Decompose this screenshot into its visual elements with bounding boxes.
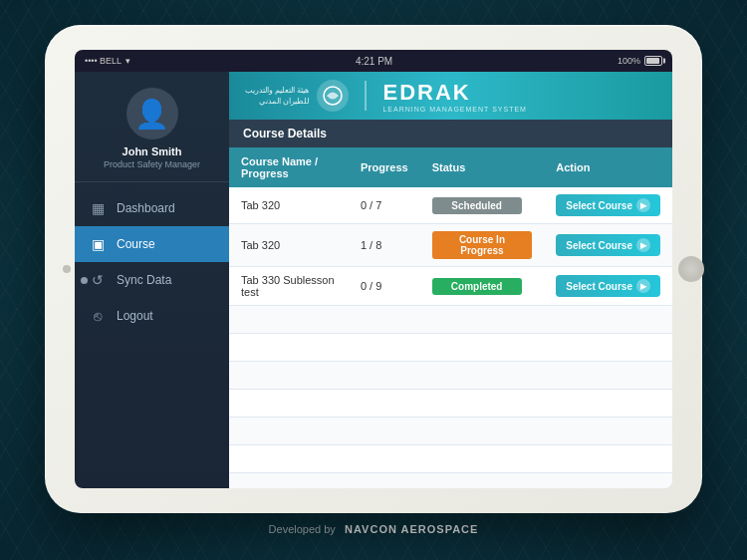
table-row: Tab 330 Sublesson test 0 / 9 Completed S… bbox=[229, 267, 672, 306]
empty-row bbox=[229, 362, 672, 390]
nav-items: ▦ Dashboard ▣ Course ↺ Sync Data ⎋ Lo bbox=[75, 182, 229, 488]
logo-divider bbox=[365, 81, 367, 111]
cell-name: Tab 330 Sublesson test bbox=[229, 267, 349, 306]
sidebar-item-logout[interactable]: ⎋ Logout bbox=[75, 298, 229, 334]
sync-icon: ↺ bbox=[89, 271, 107, 289]
dashboard-icon: ▦ bbox=[89, 199, 107, 217]
cell-status: Course In Progress bbox=[420, 224, 545, 267]
content-header: هيئة التعليم والتدريبللطيران المدني EDRA… bbox=[229, 72, 672, 120]
cell-action[interactable]: Select Course ▶ bbox=[544, 224, 672, 267]
avatar: 👤 bbox=[126, 88, 178, 140]
user-title: Product Safety Manager bbox=[104, 159, 200, 169]
status-bar: •••• BELL ▾ 4:21 PM 100% bbox=[75, 50, 672, 72]
col-header-status: Status bbox=[420, 147, 545, 187]
sidebar: 👤 John Smith Product Safety Manager ▦ Da… bbox=[75, 72, 229, 488]
col-header-action: Action bbox=[544, 147, 672, 187]
play-icon: ▶ bbox=[636, 198, 650, 212]
sidebar-item-course-label: Course bbox=[117, 237, 155, 251]
cell-progress: 0 / 7 bbox=[349, 187, 420, 224]
logo-area: هيئة التعليم والتدريبللطيران المدني EDRA… bbox=[245, 80, 527, 113]
status-time: 4:21 PM bbox=[356, 56, 392, 67]
cell-progress: 0 / 9 bbox=[349, 267, 420, 306]
play-icon: ▶ bbox=[636, 238, 650, 252]
course-icon: ▣ bbox=[89, 235, 107, 253]
logout-icon: ⎋ bbox=[89, 307, 107, 325]
sidebar-item-dashboard[interactable]: ▦ Dashboard bbox=[75, 190, 229, 226]
battery-icon bbox=[644, 56, 662, 66]
cell-name: Tab 320 bbox=[229, 224, 349, 267]
select-course-button[interactable]: Select Course ▶ bbox=[556, 275, 660, 297]
logo-circle bbox=[317, 80, 349, 112]
cell-progress: 1 / 8 bbox=[349, 224, 420, 267]
tablet-frame: •••• BELL ▾ 4:21 PM 100% 👤 John Smith bbox=[45, 25, 702, 513]
sidebar-item-sync-label: Sync Data bbox=[117, 273, 171, 287]
table-row: Tab 320 0 / 7 Scheduled Select Course ▶ bbox=[229, 187, 672, 224]
main-area: 👤 John Smith Product Safety Manager ▦ Da… bbox=[75, 72, 672, 488]
cell-action[interactable]: Select Course ▶ bbox=[544, 187, 672, 224]
signal-text: •••• BELL bbox=[85, 56, 122, 66]
empty-row bbox=[229, 306, 672, 334]
logo-main-text: EDRAK bbox=[382, 80, 527, 106]
table-header-row: Course Name / Progress Progress Status A… bbox=[229, 147, 672, 187]
logo-arabic: هيئة التعليم والتدريبللطيران المدني bbox=[245, 85, 309, 107]
select-course-button[interactable]: Select Course ▶ bbox=[556, 194, 660, 216]
footer-company: NAVCON AEROSPACE bbox=[345, 523, 478, 535]
status-right: 100% bbox=[618, 56, 662, 66]
logo-svg bbox=[322, 85, 344, 107]
footer: Developed by NAVCON AEROSPACE bbox=[269, 523, 479, 535]
sidebar-item-sync[interactable]: ↺ Sync Data bbox=[75, 262, 229, 298]
user-icon: 👤 bbox=[134, 98, 169, 131]
footer-prefix: Developed by bbox=[269, 523, 336, 535]
battery-fill bbox=[646, 58, 659, 64]
course-table: Course Name / Progress Progress Status A… bbox=[229, 147, 672, 488]
sidebar-item-dashboard-label: Dashboard bbox=[117, 201, 175, 215]
wifi-icon: ▾ bbox=[125, 56, 130, 66]
col-header-progress: Progress bbox=[349, 147, 420, 187]
sidebar-item-course[interactable]: ▣ Course bbox=[75, 226, 229, 262]
status-badge: Scheduled bbox=[432, 197, 522, 214]
sync-indicator bbox=[81, 277, 88, 284]
logo-subtitle-text: LEARNING MANAGEMENT SYSTEM bbox=[382, 106, 527, 113]
cell-name: Tab 320 bbox=[229, 187, 349, 224]
select-course-button[interactable]: Select Course ▶ bbox=[556, 234, 660, 256]
empty-row bbox=[229, 334, 672, 362]
tablet-screen: •••• BELL ▾ 4:21 PM 100% 👤 John Smith bbox=[75, 50, 672, 488]
status-badge: Course In Progress bbox=[432, 231, 533, 259]
table-row: Tab 320 1 / 8 Course In Progress Select … bbox=[229, 224, 672, 267]
empty-row bbox=[229, 445, 672, 473]
avatar-section: 👤 John Smith Product Safety Manager bbox=[75, 72, 229, 182]
status-badge: Completed bbox=[432, 278, 522, 295]
empty-row bbox=[229, 473, 672, 489]
cell-status: Scheduled bbox=[420, 187, 545, 224]
table-container: Course Details Course Name / Progress Pr… bbox=[229, 120, 672, 488]
battery-percent: 100% bbox=[618, 56, 640, 66]
cell-status: Completed bbox=[420, 267, 545, 306]
status-left: •••• BELL ▾ bbox=[85, 56, 130, 66]
content-area: هيئة التعليم والتدريبللطيران المدني EDRA… bbox=[229, 72, 672, 488]
user-name: John Smith bbox=[123, 145, 182, 157]
col-header-name: Course Name / Progress bbox=[229, 147, 349, 187]
empty-row bbox=[229, 418, 672, 445]
cell-action[interactable]: Select Course ▶ bbox=[544, 267, 672, 306]
empty-row bbox=[229, 390, 672, 418]
section-title: Course Details bbox=[229, 120, 672, 147]
sidebar-item-logout-label: Logout bbox=[117, 309, 153, 323]
play-icon: ▶ bbox=[636, 279, 650, 293]
logo-text-area: EDRAK LEARNING MANAGEMENT SYSTEM bbox=[382, 80, 527, 113]
